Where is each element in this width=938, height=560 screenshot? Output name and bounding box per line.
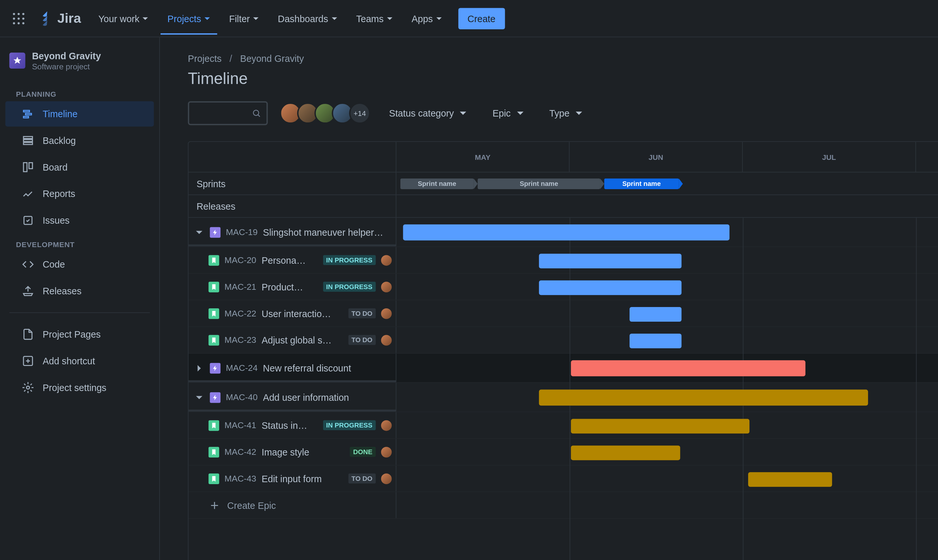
- chevron-down-icon[interactable]: [194, 227, 205, 237]
- filter-type[interactable]: Type: [543, 104, 590, 122]
- story-bar[interactable]: [539, 280, 682, 295]
- story-bar[interactable]: [539, 254, 682, 268]
- sprint-chip[interactable]: Sprint name: [400, 178, 474, 189]
- assignee-avatar[interactable]: [381, 281, 392, 292]
- nav-filter[interactable]: Filter: [222, 9, 266, 28]
- issue-title: Add user information: [263, 392, 396, 403]
- nav-teams[interactable]: Teams: [350, 9, 400, 28]
- epic-bar[interactable]: [539, 390, 868, 406]
- issue-title: Edit input form: [262, 473, 343, 484]
- story-row[interactable]: MAC-20 Persona… IN PROGRESS: [189, 247, 938, 274]
- story-bar[interactable]: [748, 472, 832, 487]
- chevron-right-icon[interactable]: [194, 363, 205, 374]
- assignee-avatar[interactable]: [381, 473, 392, 484]
- story-icon: [208, 255, 219, 265]
- epic-bar[interactable]: [403, 224, 730, 240]
- timeline-search[interactable]: [188, 101, 268, 125]
- svg-point-22: [26, 386, 29, 389]
- story-icon: [208, 281, 219, 292]
- sidebar-item-board[interactable]: Board: [5, 154, 154, 180]
- story-row[interactable]: MAC-23 Adjust global s… TO DO: [189, 327, 938, 354]
- reports-icon: [21, 187, 34, 200]
- create-epic-row[interactable]: Create Epic: [189, 492, 938, 519]
- nav-apps[interactable]: Apps: [405, 9, 449, 28]
- releases-label: Releases: [189, 195, 396, 218]
- svg-point-6: [13, 22, 15, 24]
- svg-rect-14: [23, 116, 28, 118]
- status-badge: IN PROGRESS: [323, 420, 376, 431]
- story-bar[interactable]: [630, 334, 682, 348]
- crumb-project[interactable]: Beyond Gravity: [240, 53, 304, 64]
- chevron-down-icon: [386, 15, 393, 22]
- story-row[interactable]: MAC-43 Edit input form TO DO: [189, 466, 938, 492]
- sidebar-item-project-settings[interactable]: Project settings: [5, 375, 154, 400]
- create-button[interactable]: Create: [458, 8, 505, 29]
- sidebar-item-reports[interactable]: Reports: [5, 181, 154, 206]
- svg-rect-15: [23, 137, 32, 138]
- status-badge: IN PROGRESS: [323, 255, 376, 265]
- chevron-down-icon: [253, 15, 259, 22]
- sidebar-item-timeline[interactable]: Timeline: [5, 101, 154, 126]
- issue-title: Persona…: [262, 255, 317, 265]
- issue-title: New referral discount: [263, 363, 396, 374]
- jira-logo-text: Jira: [57, 11, 81, 26]
- project-avatar-icon: [9, 53, 25, 69]
- filter-status-category[interactable]: Status category: [382, 104, 474, 122]
- nav-your-work[interactable]: Your work: [91, 9, 156, 28]
- sprints-label: Sprints: [189, 172, 396, 195]
- sidebar-item-backlog[interactable]: Backlog: [5, 128, 154, 153]
- timeline-month-header: MAY JUN JUL: [189, 142, 938, 172]
- story-bar[interactable]: [630, 307, 682, 322]
- sidebar-item-issues[interactable]: Issues: [5, 208, 154, 233]
- svg-rect-18: [23, 163, 27, 172]
- ship-icon: [21, 284, 34, 298]
- plus-icon: [21, 354, 34, 368]
- story-bar[interactable]: [571, 419, 749, 434]
- assignee-avatar[interactable]: [381, 420, 392, 431]
- sidebar-item-add-shortcut[interactable]: Add shortcut: [5, 348, 154, 374]
- plus-icon: [208, 499, 220, 511]
- timeline-search-input[interactable]: [194, 108, 252, 118]
- epic-row[interactable]: MAC-24 New referral discount: [189, 354, 938, 383]
- epic-icon: [210, 392, 220, 403]
- issue-key: MAC-42: [225, 447, 256, 457]
- app-switcher-icon[interactable]: [8, 8, 29, 29]
- assignee-avatar[interactable]: [381, 446, 392, 457]
- chevron-down-icon: [575, 109, 583, 117]
- assignee-avatar[interactable]: [381, 255, 392, 265]
- toolbar: +14 Status category Epic Type View setti…: [188, 101, 938, 125]
- sprint-chip[interactable]: Sprint name: [478, 178, 600, 189]
- section-development: DEVELOPMENT: [0, 234, 159, 251]
- sidebar-item-project-pages[interactable]: Project Pages: [5, 322, 154, 347]
- sidebar-item-code[interactable]: Code: [5, 252, 154, 277]
- sidebar-item-releases[interactable]: Releases: [5, 278, 154, 304]
- issue-title: Product…: [262, 281, 317, 292]
- nav-dashboards[interactable]: Dashboards: [271, 9, 344, 28]
- story-bar[interactable]: [571, 445, 680, 460]
- project-header[interactable]: Beyond Gravity Software project: [0, 51, 159, 83]
- story-row[interactable]: MAC-22 User interactio… TO DO: [189, 300, 938, 327]
- epic-row[interactable]: MAC-19 Slingshot maneuver helper…: [189, 218, 938, 247]
- avatar-more[interactable]: +14: [349, 103, 370, 124]
- assignee-avatar[interactable]: [381, 308, 392, 319]
- assignee-avatar[interactable]: [381, 335, 392, 345]
- story-row[interactable]: MAC-21 Product… IN PROGRESS: [189, 274, 938, 300]
- status-badge: TO DO: [348, 473, 376, 483]
- sprint-chip[interactable]: Sprint name: [604, 178, 679, 189]
- jira-logo[interactable]: Jira: [34, 11, 86, 26]
- svg-rect-19: [29, 163, 32, 168]
- svg-point-0: [13, 13, 15, 15]
- epic-row[interactable]: MAC-40 Add user information: [189, 383, 938, 412]
- crumb-projects[interactable]: Projects: [188, 53, 222, 64]
- epic-bar[interactable]: [571, 360, 806, 376]
- chevron-down-icon[interactable]: [194, 392, 205, 403]
- chevron-down-icon: [142, 15, 148, 22]
- story-row[interactable]: MAC-42 Image style DONE: [189, 439, 938, 466]
- filter-epic[interactable]: Epic: [486, 104, 531, 122]
- top-nav: Jira Your work Projects Filter Dashboard…: [0, 0, 938, 37]
- svg-point-1: [18, 13, 20, 15]
- nav-projects[interactable]: Projects: [161, 9, 217, 34]
- issue-key: MAC-21: [225, 282, 256, 292]
- avatar-stack[interactable]: +14: [280, 103, 370, 124]
- story-row[interactable]: MAC-41 Status in… IN PROGRESS: [189, 412, 938, 439]
